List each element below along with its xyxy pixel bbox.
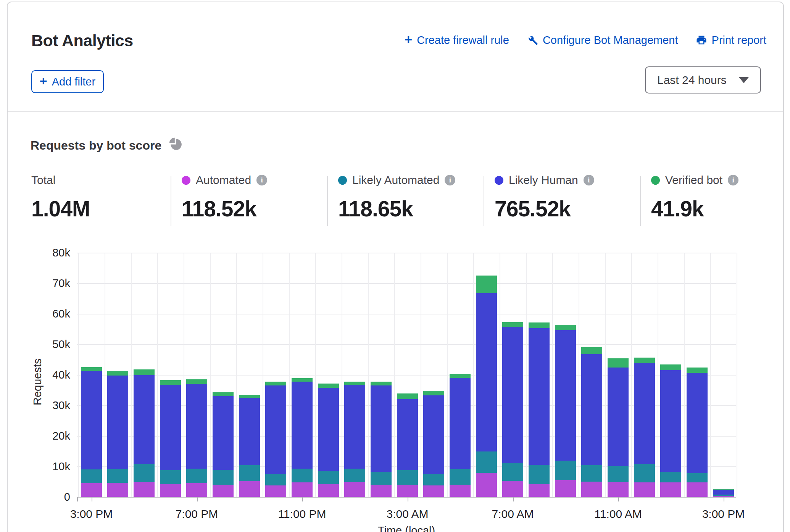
configure-bot-management-label: Configure Bot Management bbox=[543, 34, 678, 47]
bar-1100pm[interactable] bbox=[292, 378, 313, 497]
bar-800am[interactable] bbox=[529, 322, 550, 497]
bar-900pm[interactable] bbox=[239, 395, 260, 497]
x-axis-line bbox=[77, 497, 736, 498]
bar-segment-likely-human bbox=[134, 375, 155, 464]
axis-tick bbox=[724, 497, 724, 501]
bar-100pm[interactable] bbox=[660, 364, 681, 497]
bar-segment-verified-bot bbox=[397, 393, 418, 399]
bar-segment-likely-automated bbox=[239, 465, 260, 481]
bar-600pm[interactable] bbox=[160, 380, 181, 497]
bar-500am[interactable] bbox=[450, 374, 471, 497]
y-axis-tick-label: 60k bbox=[40, 308, 70, 320]
y-axis-tick-label: 70k bbox=[40, 277, 70, 290]
stat-likely-automated: Likely Automatedi118.65k bbox=[338, 173, 455, 221]
bar-segment-likely-automated bbox=[476, 451, 497, 473]
bar-segment-likely-automated bbox=[687, 473, 708, 483]
bar-segment-verified-bot bbox=[529, 322, 550, 328]
bar-segment-automated bbox=[371, 485, 392, 497]
bar-segment-likely-human bbox=[660, 370, 681, 472]
bar-1000pm[interactable] bbox=[265, 382, 286, 497]
bar-1200am[interactable] bbox=[318, 384, 339, 497]
bar-segment-likely-human bbox=[423, 395, 444, 474]
x-axis-tick-label: 11:00 PM bbox=[278, 508, 326, 521]
stat-value: 118.52k bbox=[182, 196, 267, 221]
bar-400am[interactable] bbox=[423, 391, 444, 497]
gridline-h bbox=[77, 283, 736, 284]
info-icon[interactable]: i bbox=[584, 175, 594, 185]
bar-100am[interactable] bbox=[344, 382, 365, 497]
gridline-v bbox=[236, 253, 237, 497]
create-firewall-rule-link[interactable]: + Create firewall rule bbox=[405, 34, 509, 47]
bar-segment-automated bbox=[213, 485, 234, 497]
bar-segment-automated bbox=[608, 482, 629, 497]
axis-tick bbox=[77, 497, 78, 501]
time-range-select[interactable]: Last 24 hours bbox=[645, 66, 761, 94]
add-filter-button[interactable]: + Add filter bbox=[31, 70, 104, 93]
bar-segment-automated bbox=[265, 485, 286, 497]
bar-segment-likely-automated bbox=[634, 464, 655, 482]
bar-segment-likely-automated bbox=[344, 469, 365, 482]
bar-900am[interactable] bbox=[555, 325, 576, 497]
bar-800pm[interactable] bbox=[213, 392, 234, 497]
gridline-v bbox=[552, 253, 553, 497]
bar-segment-automated bbox=[581, 482, 602, 497]
stat-divider bbox=[640, 176, 641, 226]
bar-segment-verified-bot bbox=[107, 371, 128, 376]
axis-tick bbox=[513, 497, 514, 501]
bar-600am[interactable] bbox=[476, 276, 497, 497]
y-axis-tick-label: 10k bbox=[40, 460, 70, 473]
info-icon[interactable]: i bbox=[728, 175, 738, 185]
print-report-link[interactable]: Print report bbox=[696, 34, 766, 47]
axis-tick bbox=[92, 497, 92, 501]
bar-segment-likely-human bbox=[555, 330, 576, 461]
stat-automated: Automatedi118.52k bbox=[182, 173, 267, 221]
info-icon[interactable]: i bbox=[256, 175, 267, 185]
create-firewall-rule-label: Create firewall rule bbox=[417, 34, 509, 47]
bar-segment-likely-automated bbox=[608, 466, 629, 482]
pie-chart-icon bbox=[168, 137, 183, 154]
gridline-v bbox=[342, 253, 342, 497]
bar-segment-automated bbox=[344, 482, 365, 497]
info-icon[interactable]: i bbox=[445, 175, 455, 185]
bar-segment-likely-automated bbox=[318, 471, 339, 484]
bar-segment-likely-human bbox=[186, 384, 207, 469]
bar-200am[interactable] bbox=[371, 382, 392, 497]
bar-1000am[interactable] bbox=[581, 347, 602, 497]
bar-segment-automated bbox=[397, 485, 418, 497]
bar-1100am[interactable] bbox=[608, 358, 629, 497]
bar-300pm[interactable] bbox=[81, 367, 102, 497]
bar-segment-likely-human bbox=[160, 385, 181, 470]
bar-200pm[interactable] bbox=[687, 368, 708, 497]
page-title: Bot Analytics bbox=[31, 31, 133, 50]
bar-700am[interactable] bbox=[502, 322, 523, 497]
bar-segment-likely-human bbox=[608, 368, 629, 466]
gridline-v bbox=[737, 253, 737, 497]
configure-bot-management-link[interactable]: Configure Bot Management bbox=[527, 34, 678, 47]
header-actions: + Create firewall rule Configure Bot Man… bbox=[405, 34, 766, 47]
bar-segment-verified-bot bbox=[660, 364, 681, 370]
bar-400pm[interactable] bbox=[107, 371, 128, 497]
bar-300am[interactable] bbox=[397, 393, 418, 497]
plus-icon: + bbox=[40, 74, 47, 87]
stat-verified-bot: Verified boti41.9k bbox=[651, 173, 738, 221]
stat-label: Automated bbox=[196, 174, 251, 187]
y-axis-tick-label: 20k bbox=[40, 430, 70, 442]
stat-label: Likely Human bbox=[509, 174, 578, 187]
bar-300pm[interactable] bbox=[713, 489, 734, 497]
bar-segment-likely-human bbox=[371, 385, 392, 472]
bar-700pm[interactable] bbox=[186, 379, 207, 497]
bar-segment-verified-bot bbox=[213, 392, 234, 396]
plus-icon: + bbox=[405, 33, 412, 46]
stat-divider bbox=[327, 176, 328, 226]
bar-segment-verified-bot bbox=[239, 395, 260, 398]
gridline-v bbox=[473, 253, 474, 497]
bar-segment-automated bbox=[634, 482, 655, 497]
bar-segment-verified-bot bbox=[634, 358, 655, 363]
bar-segment-automated bbox=[660, 482, 681, 497]
gridline-v bbox=[184, 253, 184, 497]
bar-segment-automated bbox=[555, 480, 576, 497]
bar-1200pm[interactable] bbox=[634, 358, 655, 497]
bar-segment-automated bbox=[687, 482, 708, 497]
gridline-v bbox=[684, 253, 685, 497]
bar-500pm[interactable] bbox=[134, 369, 155, 497]
